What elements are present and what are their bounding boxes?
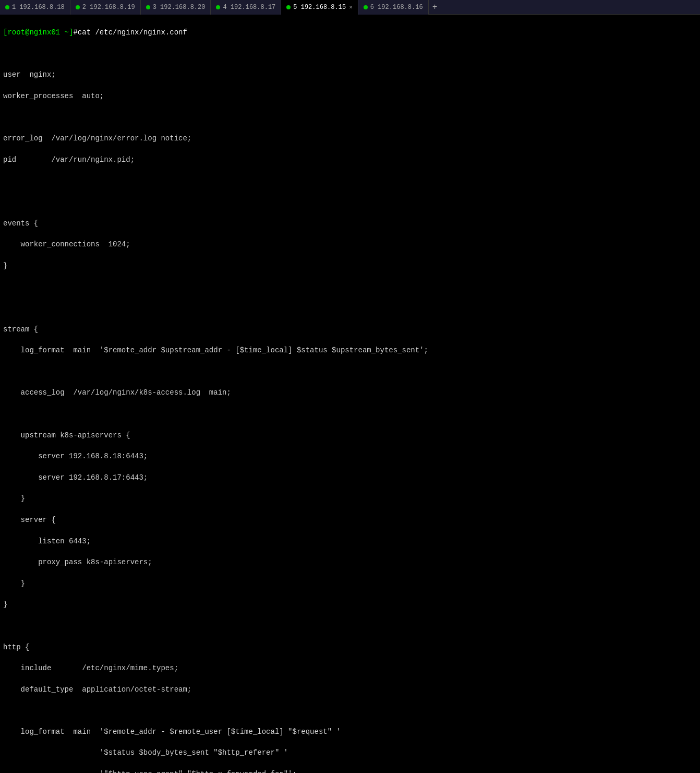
line-user: user nginx; (3, 69, 697, 80)
tab-3-label: 3 192.168.8.20 (153, 4, 206, 11)
line-blank-9 (3, 621, 697, 631)
tab-1-dot (5, 5, 9, 9)
terminal-content[interactable]: [root@nginx01 ~]#cat /etc/nginx/nginx.co… (0, 15, 700, 773)
line-include-mime: include /etc/nginx/mime.types; (3, 663, 697, 673)
tab-5-close[interactable]: ✕ (349, 4, 353, 10)
line-events-close: } (3, 260, 697, 271)
line-worker-processes: worker_processes auto; (3, 91, 697, 101)
line-server1: server 192.168.8.18:6443; (3, 451, 697, 461)
tab-5-label: 5 192.168.8.15 (293, 4, 346, 11)
tab-6-dot (364, 5, 368, 9)
tab-2[interactable]: 2 192.168.8.19 (70, 0, 141, 15)
line-blank-8 (3, 409, 697, 419)
line-default-type: default_type application/octet-stream; (3, 684, 697, 695)
tab-6[interactable]: 6 192.168.8.16 (358, 0, 429, 15)
line-blank-2 (3, 112, 697, 123)
line-log-format-stream: log_format main '$remote_addr $upstream_… (3, 345, 697, 355)
tab-1-label: 1 192.168.8.18 (12, 4, 65, 11)
tab-2-label: 2 192.168.8.19 (82, 4, 135, 11)
line-upstream-close: } (3, 493, 697, 504)
line-stream-open: stream { (3, 324, 697, 335)
cmd-cat: #cat /etc/nginx/nginx.conf (73, 28, 187, 37)
line-blank-1 (3, 49, 697, 59)
new-tab-button[interactable]: + (429, 0, 441, 15)
line-blank-5 (3, 281, 697, 292)
tab-2-dot (76, 5, 80, 9)
line-error-log: error_log /var/log/nginx/error.log notic… (3, 133, 697, 144)
line-blank-10 (3, 705, 697, 716)
tab-4[interactable]: 4 192.168.8.17 (211, 0, 281, 15)
tab-3-dot (146, 5, 150, 9)
terminal-line-prompt: [root@nginx01 ~]#cat /etc/nginx/nginx.co… (3, 27, 697, 38)
line-blank-6 (3, 303, 697, 313)
line-access-log-stream: access_log /var/log/nginx/k8s-access.log… (3, 387, 697, 398)
line-blank-7 (3, 366, 697, 377)
line-listen: listen 6443; (3, 536, 697, 546)
tab-3[interactable]: 3 192.168.8.20 (141, 0, 211, 15)
tab-4-dot (216, 5, 220, 9)
line-upstream-open: upstream k8s-apiservers { (3, 430, 697, 441)
line-proxy-pass: proxy_pass k8s-apiservers; (3, 557, 697, 567)
line-server-open: server { (3, 515, 697, 525)
tab-6-label: 6 192.168.8.16 (370, 4, 423, 11)
line-log-format-http-3: '"$http_user_agent" "$http_x_forwarded_f… (3, 769, 697, 773)
line-log-format-http: log_format main '$remote_addr - $remote_… (3, 727, 697, 737)
line-pid: pid /var/run/nginx.pid; (3, 154, 697, 165)
line-stream-close: } (3, 599, 697, 610)
line-http-open: http { (3, 642, 697, 652)
line-server2: server 192.168.8.17:6443; (3, 472, 697, 483)
tab-4-label: 4 192.168.8.17 (223, 4, 275, 11)
tab-5-dot (286, 5, 291, 9)
line-events-open: events { (3, 218, 697, 229)
line-server-close: } (3, 578, 697, 589)
line-blank-4 (3, 197, 697, 207)
tab-bar: 1 192.168.8.18 2 192.168.8.19 3 192.168.… (0, 0, 700, 15)
line-blank-3 (3, 175, 697, 186)
prompt-user: [root@nginx01 ~] (3, 28, 73, 37)
tab-1[interactable]: 1 192.168.8.18 (0, 0, 70, 15)
tab-5[interactable]: 5 192.168.8.15 ✕ (281, 0, 358, 15)
line-worker-connections: worker_connections 1024; (3, 239, 697, 249)
line-log-format-http-2: '$status $body_bytes_sent "$http_referer… (3, 747, 697, 758)
